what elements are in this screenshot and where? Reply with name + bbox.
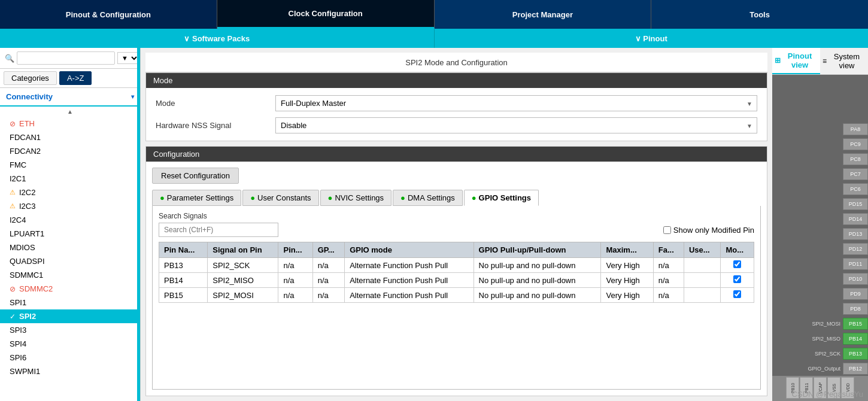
sidebar-item-sdmmc2[interactable]: ⊘ SDMMC2	[0, 282, 140, 296]
show-modified-checkbox-row: Show only Modified Pin	[663, 226, 754, 235]
signals-search-row: Show only Modified Pin	[159, 223, 754, 237]
nav-tools[interactable]: Tools	[651, 0, 868, 29]
pin-box[interactable]: PA8	[843, 123, 868, 135]
sidebar-item-mdios[interactable]: MDIOS	[0, 241, 140, 254]
sidebar-item-label: SPI3	[10, 326, 26, 335]
cell-pin-name: PB13	[159, 258, 208, 273]
tab-nvic-settings[interactable]: ● NVIC Settings	[320, 190, 392, 206]
pin-row-pc7: PC7	[772, 166, 868, 181]
tab-parameter-settings[interactable]: ● Parameter Settings	[152, 190, 241, 206]
cell-checkbox[interactable]	[721, 288, 754, 303]
sidebar-item-i2c3[interactable]: ⚠ I2C3	[0, 199, 140, 213]
tab-dma-settings[interactable]: ● DMA Settings	[393, 190, 463, 206]
cell-gp: n/a	[312, 288, 344, 303]
sidebar-item-fdcan2[interactable]: FDCAN2	[0, 144, 140, 158]
cell-max-speed: Very High	[601, 273, 653, 288]
mode-select[interactable]: Full-Duplex Master Disable Full-Duplex S…	[275, 95, 757, 111]
search-input[interactable]	[17, 51, 115, 65]
search-bar: 🔍 ▼ ⚙	[0, 48, 140, 69]
sidebar-item-i2c1[interactable]: I2C1	[0, 172, 140, 186]
sidebar-item-label: ETH	[19, 119, 35, 128]
cell-pin-name: PB15	[159, 288, 208, 303]
sidebar-item-label: FDCAN2	[10, 147, 41, 156]
search-dropdown[interactable]: ▼	[117, 52, 139, 64]
tab-a-z[interactable]: A->Z	[59, 71, 92, 85]
signal-search-input[interactable]	[159, 223, 278, 237]
main-layout: 🔍 ▼ ⚙ Categories A->Z Connectivity ▾ ▲	[0, 48, 868, 401]
sidebar-list: ▲ ⊘ ETH FDCAN1 FDCAN2 FMC I2C1	[0, 107, 140, 401]
pin-box[interactable]: PD15	[843, 198, 868, 210]
pinout-view-tab[interactable]: ⊞ Pinout view	[772, 48, 820, 74]
sidebar-item-eth[interactable]: ⊘ ETH	[0, 117, 140, 130]
pin-row-pb12: GPIO_Output PB12	[772, 361, 868, 376]
sidebar-item-quadspi[interactable]: QUADSPI	[0, 254, 140, 268]
cell-pull-up-down: No pull-up and no pull-down	[474, 258, 601, 273]
show-modified-checkbox[interactable]	[663, 226, 671, 234]
search-signals-label: Search Signals	[159, 212, 754, 220]
sidebar-item-sdmmc1[interactable]: SDMMC1	[0, 268, 140, 282]
pin-box-pb13[interactable]: PB13	[843, 348, 868, 360]
tab-categories[interactable]: Categories	[4, 71, 57, 85]
pin-box[interactable]: PD13	[843, 228, 868, 240]
col-fast: Fa...	[653, 242, 684, 258]
top-nav: Pinout & Configuration Clock Configurati…	[0, 0, 868, 29]
tab-user-constants[interactable]: ● User Constants	[242, 190, 318, 206]
sub-nav-pinout[interactable]: ∨ Pinout	[435, 29, 869, 48]
reset-config-button[interactable]: Reset Configuration	[152, 168, 239, 184]
hardware-nss-select[interactable]: Disable Hardware NSS Input Signal Hardwa…	[275, 117, 757, 133]
sidebar-item-fmc[interactable]: FMC	[0, 158, 140, 172]
sidebar-item-label: MDIOS	[10, 243, 35, 252]
category-header[interactable]: Connectivity ▾	[0, 88, 140, 107]
pin-box[interactable]: PD10	[843, 273, 868, 285]
cell-signal: SPI2_MOSI	[208, 288, 278, 303]
cell-checkbox[interactable]	[721, 258, 754, 273]
pin-box[interactable]: PC7	[843, 168, 868, 180]
pin-box[interactable]: PD11	[843, 258, 868, 270]
pin-box-pb14[interactable]: PB14	[843, 333, 868, 345]
config-tabs: ● Parameter Settings ● User Constants ● …	[152, 190, 761, 206]
sidebar-item-i2c2[interactable]: ⚠ I2C2	[0, 186, 140, 199]
sidebar-item-spi2[interactable]: ✓ SPI2	[0, 309, 140, 323]
system-view-tab[interactable]: ≡ System view	[820, 48, 868, 74]
pin-box[interactable]: PC6	[843, 183, 868, 195]
sidebar-item-label: SPI6	[10, 353, 26, 362]
pin-side-label-spi2-miso: SPI2_MISO	[812, 336, 840, 342]
nav-project[interactable]: Project Manager	[435, 0, 652, 29]
sidebar-item-fdcan1[interactable]: FDCAN1	[0, 130, 140, 144]
mode-select-wrapper: Full-Duplex Master Disable Full-Duplex S…	[275, 95, 757, 111]
sidebar-item-label: SDMMC1	[10, 271, 43, 280]
cell-max-speed: Very High	[601, 258, 653, 273]
sub-nav-software-packs[interactable]: ∨ Software Packs	[0, 29, 435, 48]
content-area: SPI2 Mode and Configuration Mode Mode Fu…	[141, 48, 772, 401]
pin-box[interactable]: PD12	[843, 243, 868, 255]
cell-checkbox[interactable]	[721, 273, 754, 288]
sidebar-item-i2c4[interactable]: I2C4	[0, 213, 140, 227]
pin-box-pb15[interactable]: PB15	[843, 318, 868, 330]
sidebar-item-spi1[interactable]: SPI1	[0, 296, 140, 309]
warning-icon: ⚠	[10, 189, 16, 196]
tab-gpio-settings[interactable]: ● GPIO Settings	[464, 190, 539, 206]
pin-box[interactable]: PC8	[843, 153, 868, 165]
sidebar-item-spi3[interactable]: SPI3	[0, 323, 140, 337]
config-content: Reset Configuration ● Parameter Settings…	[146, 162, 767, 396]
pin-box-pb12[interactable]: PB12	[843, 363, 868, 375]
pin-row-pd10: PD10	[772, 271, 868, 286]
col-signal: Signal on Pin	[208, 242, 278, 258]
sidebar-item-spi6[interactable]: SPI6	[0, 351, 140, 364]
check-icon: ●	[250, 193, 255, 202]
sidebar-item-swpmi1[interactable]: SWPMI1	[0, 364, 140, 378]
cell-max-speed: Very High	[601, 288, 653, 303]
sidebar-item-spi4[interactable]: SPI4	[0, 337, 140, 351]
sidebar-item-label: I2C4	[10, 215, 26, 224]
nav-pinout[interactable]: Pinout & Configuration	[0, 0, 217, 29]
nav-clock[interactable]: Clock Configuration	[217, 0, 435, 29]
pin-box[interactable]: PC9	[843, 138, 868, 150]
pin-box[interactable]: PD9	[843, 288, 868, 300]
pin-row-pc9: PC9	[772, 136, 868, 151]
pin-row-pd8: PD8 ⟩	[772, 301, 868, 316]
pin-box[interactable]: PD14	[843, 213, 868, 225]
sidebar-item-label: SDMMC2	[19, 284, 53, 293]
pin-box[interactable]: PD8 ⟩	[843, 303, 868, 315]
sidebar-item-lpuart1[interactable]: LPUART1	[0, 227, 140, 241]
pin-side-label-spi2-mosi: SPI2_MOSI	[812, 321, 840, 327]
